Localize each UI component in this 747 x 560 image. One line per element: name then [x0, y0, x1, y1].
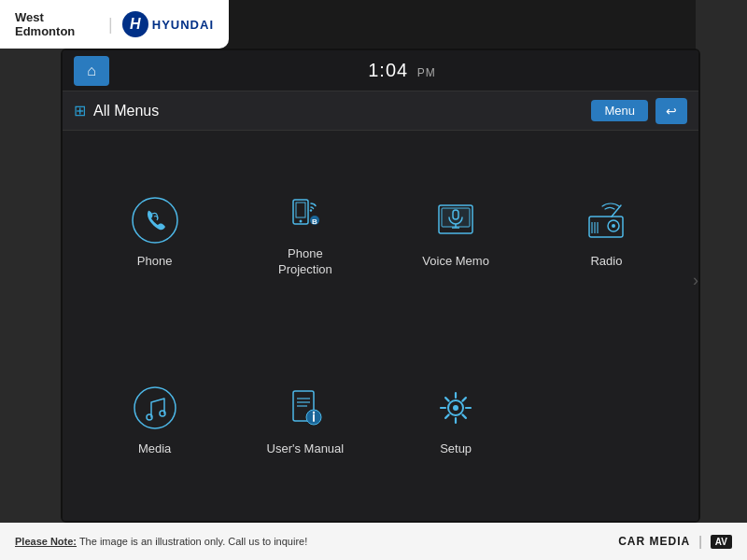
footer-bar: Please Note: The image is an illustratio… — [0, 523, 747, 560]
hyundai-h-icon: H — [122, 11, 148, 37]
users-manual-icon — [279, 382, 331, 434]
footer-note: Please Note: The image is an illustratio… — [15, 536, 614, 547]
setup-icon — [430, 382, 482, 434]
car-screen: ⌂ 1:04 PM ⊞ All Menus Menu ↩ — [63, 50, 698, 521]
menu-item-setup[interactable]: Setup — [383, 328, 529, 511]
svg-point-30 — [453, 405, 458, 411]
car-media-logo: CAR MEDIA | AV — [618, 534, 732, 549]
phone-label: Phone — [137, 254, 173, 270]
grid-icon: ⊞ — [74, 102, 86, 119]
footer-note-underline: Please Note: — [15, 536, 77, 547]
time-ampm: PM — [417, 66, 436, 79]
svg-point-18 — [612, 224, 615, 228]
svg-point-4 — [310, 209, 312, 211]
dealer-bar: West Edmonton | H HYUNDAI — [0, 0, 229, 49]
time-display: 1:04 PM — [117, 60, 687, 81]
bg-left-panel — [0, 0, 65, 560]
home-button[interactable]: ⌂ — [74, 56, 109, 86]
hyundai-logo: H HYUNDAI — [122, 11, 214, 37]
phone-projection-label: PhoneProjection — [278, 246, 332, 278]
menu-item-media[interactable]: Media — [81, 328, 228, 511]
hyundai-brand-text: HYUNDAI — [152, 18, 214, 32]
screen-container: ⌂ 1:04 PM ⊞ All Menus Menu ↩ — [61, 49, 700, 523]
av-badge: AV — [711, 535, 732, 549]
svg-rect-2 — [296, 203, 305, 217]
empty-cell — [533, 328, 680, 511]
svg-point-19 — [134, 387, 176, 428]
svg-line-13 — [612, 205, 621, 217]
media-icon — [129, 382, 181, 434]
footer-divider: | — [698, 534, 702, 549]
menu-button[interactable]: Menu — [591, 100, 648, 121]
menu-item-phone[interactable]: Phone — [81, 140, 228, 324]
back-icon: ↩ — [666, 104, 677, 119]
setup-label: Setup — [440, 441, 472, 457]
voice-memo-label: Voice Memo — [422, 254, 489, 270]
media-label: Media — [138, 441, 171, 457]
back-button[interactable]: ↩ — [655, 98, 687, 124]
right-arrow-indicator: › — [693, 271, 698, 290]
menu-bar: ⊞ All Menus Menu ↩ — [63, 91, 698, 131]
menu-item-users-manual[interactable]: User's Manual — [232, 328, 378, 511]
voice-memo-icon — [430, 194, 482, 246]
users-manual-label: User's Manual — [267, 441, 345, 457]
icons-grid: Phone B — [63, 131, 698, 521]
divider: | — [108, 15, 113, 35]
dealer-name: West Edmonton — [15, 10, 99, 38]
phone-projection-icon: B — [279, 187, 331, 239]
radio-icon — [580, 194, 632, 246]
footer-note-text: The image is an illustration only. Call … — [79, 536, 307, 547]
phone-icon — [129, 194, 181, 246]
bg-right-panel — [696, 0, 747, 560]
svg-text:B: B — [312, 217, 317, 225]
home-icon: ⌂ — [87, 63, 96, 79]
svg-point-27 — [313, 412, 315, 413]
menu-item-radio[interactable]: Radio — [533, 140, 680, 324]
svg-point-3 — [299, 219, 302, 222]
menu-item-voice-memo[interactable]: Voice Memo — [383, 140, 529, 324]
menu-item-phone-projection[interactable]: B PhoneProjection — [232, 140, 378, 324]
screen-top-bar: ⌂ 1:04 PM — [63, 50, 698, 91]
time-value: 1:04 — [368, 60, 408, 80]
all-menus-label: All Menus — [93, 103, 584, 119]
svg-point-0 — [133, 198, 177, 243]
car-media-text: CAR MEDIA — [618, 535, 690, 548]
radio-label: Radio — [590, 254, 622, 270]
